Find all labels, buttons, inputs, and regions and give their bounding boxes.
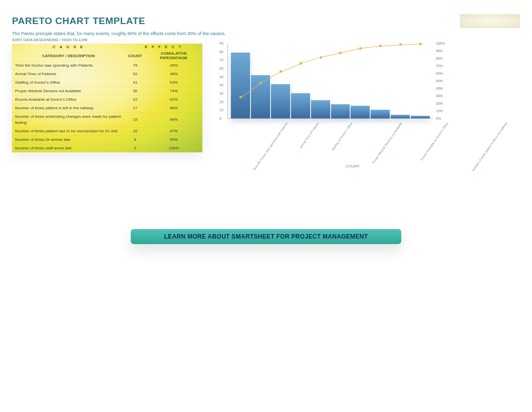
cell-category: Proper Medical Devices not Available: [12, 87, 125, 96]
bar: [231, 53, 250, 118]
table-row: Number of times Dr arrives late499%: [12, 136, 202, 144]
cell-count: 79: [125, 62, 145, 70]
y-right-tick: 50%: [436, 79, 443, 83]
table-row: Staffing of Doctor's Office4163%: [12, 79, 202, 87]
logo-placeholder: [460, 14, 520, 28]
cell-count: 17: [125, 104, 145, 113]
cell-count: 3: [125, 144, 145, 153]
y-right-tick: 80%: [436, 57, 443, 60]
table-row: Number of times patient is left in the h…: [12, 104, 202, 113]
x-axis-labels: Time the Doctor was spending with Patien…: [227, 119, 433, 122]
cell-category: Number of times scheduling changes were …: [12, 113, 125, 127]
cell-category: Number of times patient is left in the h…: [12, 104, 125, 113]
cell-category: Arrival Time of Patients: [12, 70, 125, 79]
principle-text: The Pareto principle states that, for ma…: [12, 31, 520, 36]
table-row: Arrival Time of Patients5248%: [12, 70, 202, 79]
cell-category: Number of times staff arrive late: [12, 144, 125, 153]
y-right-tick: 90%: [436, 49, 443, 53]
cell-count: 30: [125, 87, 145, 96]
bar: [271, 84, 290, 118]
y-right-tick: 30%: [436, 94, 443, 98]
y-left-tick: 80: [219, 50, 223, 54]
x-label: Rooms Available at Doctor's Office: [420, 122, 449, 161]
y-right-tick: 70%: [436, 64, 443, 68]
y-left-tick: 70: [219, 58, 223, 62]
cell-pct: 74%: [145, 87, 202, 96]
y-left-tick: 0: [219, 117, 221, 120]
y-left-tick: 50: [219, 75, 223, 79]
chart-plot-area: [227, 44, 433, 119]
cell-pct: 88%: [145, 104, 202, 113]
x-label: Proper Medical Devices not Available: [372, 122, 403, 164]
cell-category: Rooms Available at Doctor's Office: [12, 96, 125, 104]
page-root: PARETO CHART TEMPLATE The Pareto princip…: [0, 0, 532, 258]
cell-pct: 97%: [145, 127, 202, 136]
cell-count: 22: [125, 96, 145, 104]
y-right-tick: 100%: [436, 42, 445, 45]
table-header-pct: CUMULATIVE PERCENTAGE: [145, 50, 202, 62]
cell-pct: 82%: [145, 96, 202, 104]
pareto-chart: 0102030405060708090 0%10%20%30%40%50%60%…: [212, 44, 493, 184]
cell-pct: 29%: [145, 62, 202, 70]
pareto-table: C A U S E E F F E C T CATEGORY / DESCRIP…: [12, 44, 202, 152]
table-header-category: CATEGORY / DESCRIPTION: [12, 50, 125, 62]
cell-pct: 48%: [145, 70, 202, 79]
cell-pct: 99%: [145, 136, 202, 144]
page-title: PARETO CHART TEMPLATE: [12, 16, 145, 27]
cell-count: 15: [125, 113, 145, 127]
y-left-tick: 20: [219, 100, 223, 104]
bar: [391, 115, 410, 118]
x-label: Staffing of Doctor's Office: [331, 122, 353, 151]
table-row: Rooms Available at Doctor's Office2282%: [12, 96, 202, 104]
bar: [411, 116, 430, 118]
cell-pct: 94%: [145, 113, 202, 127]
y-left-tick: 60: [219, 67, 223, 70]
table-row: Time the Doctor was spending with Patien…: [12, 62, 202, 70]
bar: [331, 104, 350, 118]
bar: [291, 93, 310, 118]
cell-category: Number of times Dr arrives late: [12, 136, 125, 144]
cell-category: Number of times patient had to be resche…: [12, 127, 125, 136]
line-point: [359, 47, 362, 50]
line-point: [300, 62, 302, 65]
y-left-tick: 10: [219, 108, 223, 112]
table-header-count: COUNT: [125, 50, 145, 62]
bar: [351, 106, 370, 118]
line-point: [259, 82, 262, 84]
y-left-tick: 90: [219, 42, 223, 45]
table-supheader-cause: C A U S E: [12, 44, 125, 50]
bar: [371, 110, 390, 118]
y-right-tick: 60%: [436, 72, 443, 75]
y-right-tick: 40%: [436, 87, 443, 90]
content-row: C A U S E E F F E C T CATEGORY / DESCRIP…: [12, 44, 520, 184]
cell-category: Staffing of Doctor's Office: [12, 79, 125, 87]
line-point: [280, 70, 282, 73]
y-left-tick: 40: [219, 83, 223, 87]
cell-count: 4: [125, 136, 145, 144]
y-left-tick: 30: [219, 92, 223, 95]
y-right-tick: 20%: [436, 102, 443, 105]
table-row: Number of times patient had to be resche…: [12, 127, 202, 136]
line-point: [419, 43, 422, 45]
sort-note: SORT DATA DESCENDING / HIGH-TO-LOW: [12, 38, 520, 42]
line-point: [339, 52, 342, 54]
bar: [311, 100, 330, 118]
learn-more-button[interactable]: LEARN MORE ABOUT SMARTSHEET FOR PROJECT …: [131, 229, 401, 244]
table-row: Proper Medical Devices not Available3074…: [12, 87, 202, 96]
cell-count: 10: [125, 127, 145, 136]
cell-pct: 100%: [145, 144, 202, 153]
cell-count: 41: [125, 79, 145, 87]
y-right-tick: 0%: [436, 117, 441, 120]
cell-category: Time the Doctor was spending with Patien…: [12, 62, 125, 70]
cell-pct: 63%: [145, 79, 202, 87]
y-right-tick: 10%: [436, 109, 443, 113]
line-point: [379, 45, 382, 47]
table-supheader-effect: E F F E C T: [125, 44, 202, 50]
x-label: Arrival Time of Patients: [299, 122, 319, 149]
line-point: [399, 43, 402, 46]
header: PARETO CHART TEMPLATE: [12, 14, 520, 28]
table-row: Number of times scheduling changes were …: [12, 113, 202, 127]
line-point: [320, 56, 322, 59]
table-row: Number of times staff arrive late3100%: [12, 144, 202, 153]
cell-count: 52: [125, 70, 145, 79]
